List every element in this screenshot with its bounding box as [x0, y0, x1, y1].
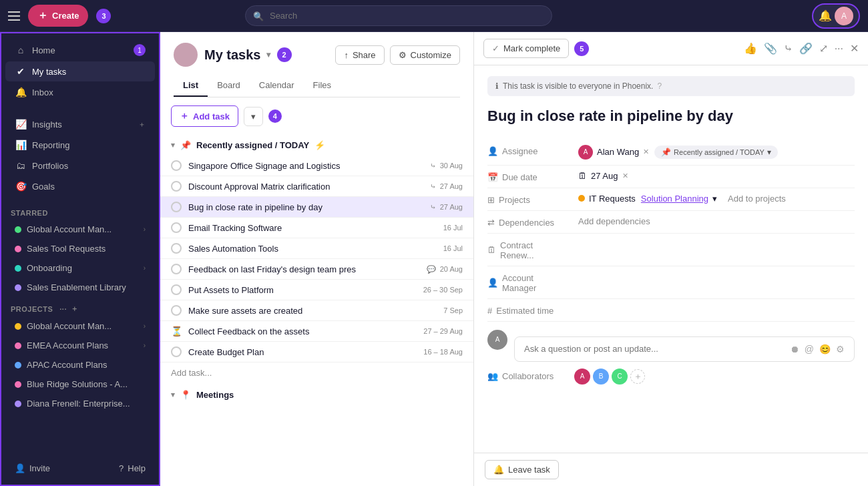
hamburger-menu[interactable]: [8, 11, 20, 21]
starred-onboarding[interactable]: Onboarding ›: [5, 259, 155, 277]
sidebar-item-my-tasks[interactable]: ✔ My tasks: [5, 61, 155, 81]
mention-icon[interactable]: @: [805, 344, 814, 354]
settings-icon[interactable]: ⚙: [836, 344, 845, 354]
contract-renew-label: 🗓 Contract Renew...: [487, 239, 568, 260]
task-checkbox[interactable]: [171, 346, 182, 357]
sidebar-my-tasks-label: My tasks: [32, 67, 66, 77]
reporting-icon: 📊: [15, 140, 27, 150]
assignee-label-text: Assignee: [502, 146, 537, 156]
sidebar-item-goals[interactable]: 🎯 Goals: [5, 176, 155, 196]
create-button[interactable]: ＋ Create: [28, 5, 88, 27]
task-checkbox[interactable]: [171, 305, 182, 316]
task-checkbox[interactable]: [171, 160, 182, 171]
remove-date-button[interactable]: ✕: [622, 172, 628, 180]
section-header-recently-assigned[interactable]: ▾ 📌 Recently assigned / TODAY ⚡: [160, 135, 473, 156]
task-row[interactable]: Make sure assets are created 7 Sep: [160, 300, 473, 321]
user-avatar-group[interactable]: 🔔 A: [812, 3, 860, 29]
copy-link-icon[interactable]: 🔗: [799, 42, 813, 55]
meetings-section-header[interactable]: ▾ 📍 Meetings: [160, 383, 473, 407]
attachment-icon[interactable]: 📎: [764, 42, 777, 55]
task-checkbox[interactable]: [171, 264, 182, 274]
project-emea[interactable]: EMEA Account Plans ›: [5, 336, 155, 354]
section-pill[interactable]: 📌 Recently assigned / TODAY ▾: [654, 146, 778, 159]
task-row[interactable]: Feedback on last Friday's design team pr…: [160, 259, 473, 280]
leave-task-button[interactable]: 🔔 Leave task: [485, 460, 559, 479]
task-row[interactable]: ⏳ Collect Feedback on the assets 27 – 29…: [160, 321, 473, 342]
estimated-time-value: —: [578, 304, 855, 314]
task-checkbox[interactable]: [171, 202, 182, 212]
section-pill-text: Recently assigned / TODAY: [674, 148, 765, 156]
share-button[interactable]: ↑ Share: [335, 45, 384, 65]
starred-sales-tool[interactable]: Sales Tool Requests: [5, 240, 155, 258]
record-icon[interactable]: ⏺: [790, 344, 799, 354]
plus-icon: ＋: [37, 9, 48, 23]
sidebar-item-inbox[interactable]: 🔔 Inbox: [5, 82, 155, 102]
task-name: Create Budget Plan: [188, 347, 418, 357]
project-blue-ridge[interactable]: Blue Ridge Solutions - A...: [5, 375, 155, 393]
expand-icon[interactable]: ⤢: [819, 42, 828, 55]
search-input[interactable]: [245, 5, 552, 26]
sidebar-item-reporting[interactable]: 📊 Reporting: [5, 135, 155, 155]
close-icon[interactable]: ✕: [850, 42, 859, 55]
starred-item-label: Global Account Man...: [27, 224, 112, 234]
task-row-selected[interactable]: Bug in close rate in pipeline by day ⤷ 2…: [160, 197, 473, 218]
emoji-icon[interactable]: 😊: [819, 344, 831, 354]
comment-input[interactable]: [524, 344, 783, 354]
share-label: Share: [353, 50, 376, 60]
tab-files[interactable]: Files: [304, 75, 341, 97]
commenter-avatar: A: [487, 330, 507, 350]
projects-label: Projects: [11, 305, 53, 313]
add-to-projects-button[interactable]: Add to projects: [728, 194, 786, 204]
invite-button[interactable]: 👤 Invite: [8, 459, 57, 478]
sidebar-item-portfolios[interactable]: 🗂 Portfolios: [5, 156, 155, 176]
task-meta: 27 – 29 Aug: [423, 327, 463, 335]
starred-sales-enablement[interactable]: Sales Enablement Library: [5, 278, 155, 296]
task-row[interactable]: Put Assets to Platform 26 – 30 Sep: [160, 280, 473, 300]
project-global-account[interactable]: Global Account Man... ›: [5, 317, 155, 335]
projects-value: IT Requests Solution Planning ▾ Add to p…: [578, 194, 855, 204]
task-row[interactable]: Create Budget Plan 16 – 18 Aug: [160, 342, 473, 362]
add-dependencies-button[interactable]: Add dependencies: [578, 216, 650, 226]
task-checkbox-hourglass[interactable]: ⏳: [171, 326, 182, 336]
task-row[interactable]: Email Tracking Software 16 Jul: [160, 218, 473, 238]
task-row[interactable]: Sales Automation Tools 16 Jul: [160, 238, 473, 259]
sidebar-item-insights[interactable]: 📈 Insights ＋: [5, 114, 155, 134]
assignee-chip: A Alan Wang ✕: [578, 145, 649, 160]
task-checkbox[interactable]: [171, 222, 182, 233]
projects-add-icon[interactable]: ＋: [71, 304, 79, 314]
tab-board[interactable]: Board: [208, 75, 250, 97]
more-options-icon[interactable]: ···: [835, 43, 843, 55]
toolbar-more-button[interactable]: ▾: [244, 107, 263, 126]
remove-assignee-button[interactable]: ✕: [643, 148, 649, 156]
thumbs-up-icon[interactable]: 👍: [744, 42, 757, 55]
dependencies-row: ⇄ Dependencies Add dependencies: [487, 211, 855, 234]
projects-more-icon[interactable]: ···: [59, 305, 67, 313]
starred-global-account[interactable]: Global Account Man... ›: [5, 220, 155, 238]
starred-section-header: Starred: [1, 202, 159, 220]
task-checkbox[interactable]: [171, 284, 182, 295]
task-date: 16 – 18 Aug: [423, 348, 463, 356]
task-detail-body: ℹ This task is visible to everyone in Ph…: [474, 65, 868, 453]
share-detail-icon[interactable]: ⤷: [784, 42, 793, 55]
project-diana[interactable]: Diana Frenell: Enterprise...: [5, 395, 155, 413]
customize-button[interactable]: ⚙ Customize: [390, 45, 460, 65]
task-row[interactable]: Singapore Office Signage and Logistics ⤷…: [160, 156, 473, 176]
task-row[interactable]: Discount Approval Matrix clarification ⤷…: [160, 176, 473, 197]
add-collaborator-button[interactable]: ＋: [630, 369, 645, 384]
add-task-inline[interactable]: Add task...: [160, 362, 473, 383]
add-task-button[interactable]: ＋ Add task: [171, 105, 238, 127]
project-secondary[interactable]: Solution Planning: [641, 194, 708, 204]
task-meta: ⤷ 27 Aug: [430, 203, 463, 212]
help-button[interactable]: ? Help: [112, 459, 152, 478]
dropdown-arrow-icon[interactable]: ▾: [266, 50, 270, 59]
mark-complete-button[interactable]: ✓ Mark complete: [483, 39, 569, 58]
task-checkbox[interactable]: [171, 243, 182, 254]
task-checkbox[interactable]: [171, 181, 182, 192]
insights-add-icon[interactable]: ＋: [138, 119, 146, 130]
tab-calendar[interactable]: Calendar: [250, 75, 304, 97]
project-apac[interactable]: APAC Account Plans: [5, 356, 155, 374]
sidebar-item-home[interactable]: ⌂ Home 1: [5, 39, 155, 61]
chevron-right-icon: ›: [144, 264, 146, 272]
date-chip[interactable]: 🗓 27 Aug ✕: [578, 171, 628, 181]
tab-list[interactable]: List: [174, 75, 208, 97]
